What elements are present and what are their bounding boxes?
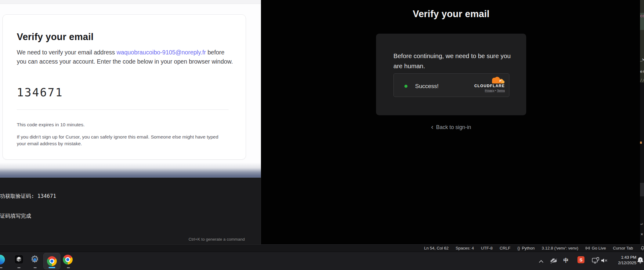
cube-app-taskbar-icon[interactable] — [14, 255, 24, 264]
edge-taskbar-icon[interactable] — [0, 255, 5, 264]
settings-taskbar-icon[interactable]: ⚙ — [30, 254, 40, 264]
cloudflare-cloud-icon — [490, 76, 505, 84]
email-footer-note: If you didn't sign up for Cursor, you ca… — [17, 134, 222, 147]
language-label: Python — [522, 246, 535, 250]
snipaste-letter: S — [579, 257, 582, 262]
email-title: Verify your email — [17, 31, 230, 43]
browser-verify-page: Verify your email Before continuing, we … — [261, 0, 644, 244]
gear-center-dot — [33, 258, 36, 261]
cursor-tab-label: Cursor Tab — [613, 246, 633, 250]
cursor-position-indicator[interactable]: Ln 54, Col 62 — [424, 246, 448, 250]
code-expiry-note: This code expires in 10 minutes. — [17, 122, 230, 128]
verify-card: Before continuing, we need to be sure yo… — [376, 34, 526, 115]
broadcast-icon — [585, 246, 590, 250]
running-indicator — [67, 267, 70, 268]
active-app-indicator — [49, 267, 55, 268]
email-body-prefix: We need to verify your email address — [17, 49, 117, 56]
email-body-text: We need to verify your email address waq… — [17, 48, 234, 66]
onedrive-offline-icon[interactable] — [549, 258, 558, 265]
email-message-card: Verify your email We need to verify your… — [2, 14, 246, 160]
email-divider — [17, 109, 229, 110]
indentation-indicator[interactable]: Spaces: 4 — [456, 246, 474, 250]
verification-code: 134671 — [17, 86, 63, 99]
ctrl-k-hint: Ctrl+K to generate a command — [189, 237, 245, 242]
terminal-line: 功获取验证码: 134671 — [0, 193, 70, 200]
python-interpreter-indicator[interactable]: 3.12.8 ('venv': venv) — [542, 246, 578, 250]
windows-taskbar: ⚙ 中 S — [0, 252, 644, 270]
code-fragment: er — [640, 69, 644, 74]
back-to-signin-label: Back to sign-in — [436, 124, 471, 131]
notification-bell-dnd-icon[interactable]: z — [637, 257, 644, 266]
desktop-screenshot: { "email_window": { "card": { "title": "… — [0, 0, 644, 270]
eol-indicator[interactable]: CRLF — [500, 246, 510, 250]
language-mode-indicator[interactable]: {} Python — [517, 246, 534, 250]
go-live-button[interactable]: Go Live — [585, 246, 606, 250]
running-indicator — [17, 267, 20, 268]
notifications-bell-icon[interactable] — [640, 246, 644, 251]
back-to-signin-link[interactable]: ‹ Back to sign-in — [376, 123, 526, 131]
braces-icon: {} — [517, 246, 520, 250]
chrome-icon — [47, 256, 57, 266]
running-indicator — [0, 267, 2, 268]
code-fragment: co — [640, 13, 644, 18]
running-indicator — [34, 267, 37, 268]
interpreter-label: 3.12.8 ('venv': venv) — [542, 246, 578, 250]
code-fragment: // — [640, 78, 644, 82]
volume-muted-icon[interactable] — [601, 258, 608, 264]
terminal-line: 证码填写完成 — [0, 213, 70, 220]
dialog-sliver — [640, 183, 644, 196]
indentation-label: Spaces: 4 — [456, 246, 474, 250]
eol-label: CRLF — [500, 246, 510, 250]
close-icon[interactable]: × — [641, 232, 643, 237]
email-viewer-window: Verify your email We need to verify your… — [0, 0, 275, 178]
encoding-indicator[interactable]: UTF-8 — [481, 246, 493, 250]
snipaste-tray-icon[interactable]: S — [577, 256, 584, 263]
cursor-tab-indicator[interactable]: Cursor Tab — [613, 246, 633, 250]
terminal-panel[interactable]: 功获取验证码: 134671 证码填写完成 在处理 Turnstile 验证..… — [0, 178, 261, 244]
success-status-dot — [404, 85, 407, 88]
display-plug-icon[interactable] — [592, 257, 600, 265]
editor-orange-mark — [640, 142, 642, 144]
links-separator: • — [495, 89, 496, 92]
privacy-link[interactable]: Privacy — [485, 89, 494, 92]
chrome-taskbar-icon[interactable] — [63, 255, 73, 264]
vscode-status-bar: Ln 54, Col 62 Spaces: 4 UTF-8 CRLF {} Py… — [0, 244, 644, 252]
email-window-top-strip — [0, 0, 270, 4]
right-edge-window-sliver: co _w er // ↵ × — [640, 0, 644, 244]
cloudflare-wordmark: CLOUDFLARE — [471, 84, 505, 88]
enter-key-icon: ↵ — [640, 222, 643, 226]
turnstile-links: Privacy • Terms — [471, 89, 505, 92]
svg-text:z: z — [640, 258, 641, 261]
tray-time: 1:43 PM — [618, 255, 636, 260]
editor-sliver: co _w er // — [640, 0, 644, 83]
verify-page-title: Verify your email — [376, 9, 526, 20]
cursor-position-label: Ln 54, Col 62 — [424, 246, 448, 250]
tray-chevron-up-icon[interactable] — [539, 259, 544, 264]
terms-link[interactable]: Terms — [497, 89, 505, 92]
terminal-line — [0, 232, 70, 239]
taskbar-clock[interactable]: 1:43 PM 2/12/2025 — [618, 255, 636, 266]
verify-subtitle: Before continuing, we need to be sure yo… — [393, 51, 513, 71]
tray-date: 2/12/2025 — [618, 260, 636, 266]
turnstile-status-text: Success! — [415, 83, 439, 90]
ime-language-indicator[interactable]: 中 — [563, 257, 569, 264]
chrome-active-taskbar-icon[interactable] — [43, 253, 60, 269]
code-fragment: _w — [640, 57, 644, 61]
email-address-link[interactable]: waquobraucoibo-9105@noreply.fr — [117, 49, 206, 56]
go-live-label: Go Live — [592, 246, 606, 250]
turnstile-widget[interactable]: Success! CLOUDFLARE — [393, 73, 509, 97]
chevron-left-icon: ‹ — [431, 124, 433, 130]
encoding-label: UTF-8 — [481, 246, 493, 250]
cube-icon — [16, 256, 22, 263]
cloudflare-branding: CLOUDFLARE Privacy • Terms — [471, 76, 505, 92]
